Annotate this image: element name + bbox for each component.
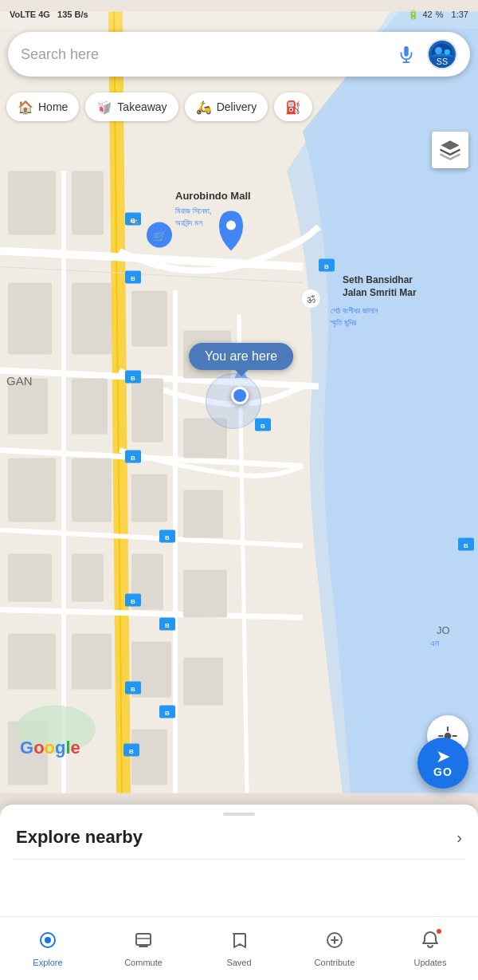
- chip-delivery-label: Delivery: [217, 100, 257, 113]
- you-are-here-label: You are here: [189, 343, 293, 370]
- explore-nav-icon: [38, 931, 57, 954]
- nav-contribute[interactable]: Contribute: [303, 931, 366, 967]
- svg-rect-16: [8, 554, 52, 602]
- svg-rect-22: [72, 459, 112, 522]
- chip-home-label: Home: [38, 100, 68, 113]
- svg-rect-19: [72, 171, 104, 235]
- svg-text:B: B: [165, 710, 170, 717]
- status-carrier: VoLTE 4G 135 B/s: [10, 10, 88, 19]
- takeaway-chip-icon: 🥡: [96, 100, 112, 115]
- explore-nearby-row[interactable]: Explore nearby ›: [0, 816, 478, 859]
- explore-nav-label: Explore: [33, 958, 62, 967]
- svg-rect-15: [8, 459, 56, 522]
- svg-rect-25: [131, 291, 167, 347]
- svg-text:মিরাজ সিনেমা,: মিরাজ সিনেমা,: [175, 207, 212, 215]
- status-right: 🔋 42% 1:37: [408, 10, 468, 20]
- explore-nearby-title: Explore nearby: [16, 827, 143, 848]
- mic-icon[interactable]: [395, 43, 417, 65]
- nav-saved[interactable]: Saved: [207, 931, 271, 967]
- svg-text:B: B: [131, 275, 135, 282]
- nav-explore[interactable]: Explore: [16, 931, 80, 967]
- layers-icon: [439, 139, 461, 161]
- svg-rect-34: [183, 570, 227, 618]
- svg-text:এল: এল: [430, 639, 440, 647]
- status-bar: VoLTE 4G 135 B/s 🔋 42% 1:37: [0, 0, 478, 29]
- updates-notification-badge: [435, 927, 443, 935]
- go-navigation-button[interactable]: ➤ GO: [417, 738, 468, 789]
- map-layers-button[interactable]: [432, 132, 468, 168]
- svg-rect-30: [131, 730, 167, 785]
- svg-rect-27: [131, 474, 167, 522]
- svg-text:B: B: [464, 542, 468, 549]
- commute-nav-label: Commute: [124, 958, 163, 967]
- svg-rect-17: [8, 634, 56, 690]
- svg-text:B: B: [131, 686, 135, 693]
- svg-point-85: [435, 47, 442, 54]
- bottom-sheet: Explore nearby › Explore: [0, 805, 478, 980]
- svg-point-51: [226, 221, 236, 230]
- bottom-navigation: Explore Commute Saved: [0, 916, 478, 980]
- time-display: 1:37: [452, 10, 468, 19]
- chip-home[interactable]: 🏠 Home: [6, 92, 79, 121]
- svg-text:B: B: [165, 534, 170, 541]
- chip-takeaway[interactable]: 🥡 Takeaway: [85, 92, 178, 121]
- svg-rect-35: [183, 658, 223, 706]
- svg-rect-13: [8, 283, 52, 355]
- svg-text:B: B: [324, 263, 329, 270]
- user-avatar[interactable]: SS: [427, 39, 457, 69]
- svg-text:B: B: [131, 598, 135, 605]
- svg-text:অরবিন্দ মল: অরবিন্দ মল: [175, 218, 203, 228]
- svg-rect-21: [72, 379, 108, 435]
- explore-chevron-icon: ›: [456, 828, 462, 847]
- svg-text:B: B: [131, 375, 135, 382]
- nav-commute[interactable]: Commute: [112, 931, 175, 967]
- chip-takeaway-label: Takeaway: [117, 100, 167, 113]
- svg-text:B: B: [131, 217, 135, 224]
- saved-nav-label: Saved: [226, 958, 251, 967]
- svg-text:Aurobindo Mall: Aurobindo Mall: [175, 190, 251, 202]
- svg-text:B: B: [165, 622, 170, 629]
- home-chip-icon: 🏠: [18, 100, 33, 115]
- chip-delivery[interactable]: 🛵 Delivery: [185, 92, 268, 121]
- svg-rect-20: [72, 283, 112, 355]
- svg-point-86: [445, 49, 450, 55]
- svg-rect-24: [72, 634, 112, 690]
- filter-chips: 🏠 Home 🥡 Takeaway 🛵 Delivery ⛽: [0, 88, 478, 126]
- svg-point-95: [45, 937, 51, 943]
- svg-text:Seth Bansidhar: Seth Bansidhar: [343, 274, 413, 285]
- location-dot: [231, 387, 249, 404]
- svg-text:শেঠ বংশীধর জালান: শেঠ বংশীধর জালান: [331, 306, 378, 315]
- svg-rect-12: [8, 171, 56, 235]
- svg-text:ॐ: ॐ: [307, 293, 315, 305]
- search-actions: SS: [395, 39, 457, 69]
- svg-rect-23: [72, 554, 104, 602]
- svg-text:JO: JO: [437, 624, 450, 636]
- contribute-nav-label: Contribute: [315, 958, 355, 967]
- divider: [13, 859, 465, 860]
- svg-text:B: B: [129, 748, 134, 755]
- fuel-chip-icon: ⛽: [285, 100, 301, 115]
- svg-text:🛒: 🛒: [153, 230, 167, 243]
- svg-rect-96: [136, 934, 151, 945]
- updates-nav-icon: [421, 931, 440, 954]
- saved-nav-icon: [229, 931, 249, 954]
- updates-nav-label: Updates: [414, 958, 447, 967]
- svg-text:Google: Google: [20, 738, 80, 758]
- svg-text:Jalan Smriti Mar: Jalan Smriti Mar: [343, 287, 417, 298]
- go-label: GO: [433, 766, 453, 778]
- battery-level: 42: [422, 10, 432, 19]
- contribute-nav-icon: [325, 931, 344, 954]
- svg-rect-26: [131, 379, 163, 443]
- nav-updates[interactable]: Updates: [398, 931, 462, 967]
- svg-text:SS: SS: [437, 57, 448, 66]
- search-bar[interactable]: Search here SS: [8, 32, 470, 77]
- svg-text:B: B: [261, 423, 265, 430]
- svg-text:GAN: GAN: [6, 374, 33, 388]
- svg-text:স্মৃতি মন্দির: স্মৃতি মন্দির: [330, 318, 356, 328]
- delivery-chip-icon: 🛵: [196, 100, 212, 115]
- battery-icon: 🔋: [408, 10, 419, 20]
- svg-rect-33: [183, 490, 223, 538]
- svg-text:B: B: [131, 455, 135, 462]
- search-placeholder: Search here: [21, 46, 395, 63]
- chip-fuel[interactable]: ⛽: [274, 92, 312, 121]
